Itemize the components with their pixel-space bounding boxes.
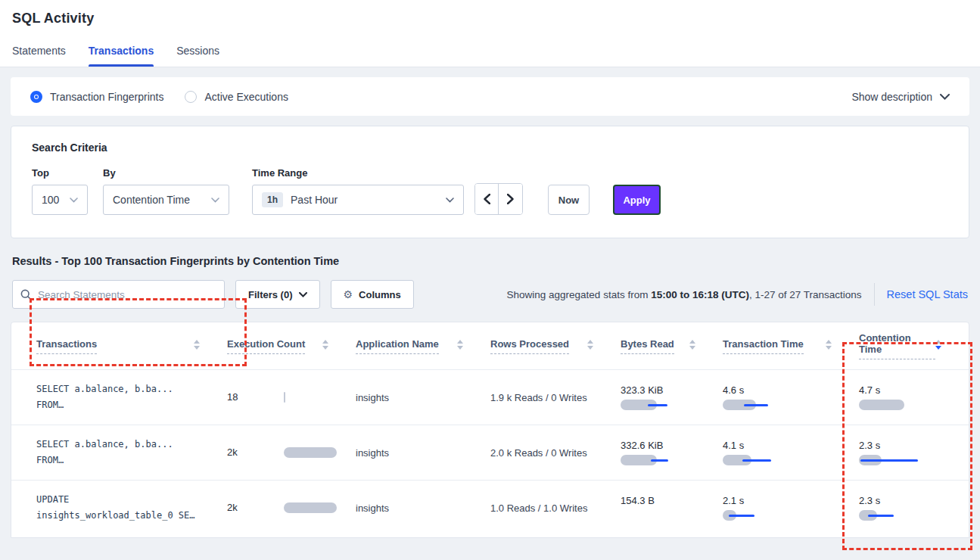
column-header-transactions[interactable]: Transactions bbox=[36, 338, 227, 354]
page-header: SQL Activity StatementsTransactionsSessi… bbox=[0, 0, 980, 67]
view-toggle-bar: Transaction Fingerprints Active Executio… bbox=[11, 77, 969, 116]
top-select[interactable]: 100 bbox=[32, 185, 88, 215]
apply-button[interactable]: Apply bbox=[613, 185, 661, 215]
tab-sessions[interactable]: Sessions bbox=[176, 45, 219, 67]
sort-icon[interactable] bbox=[194, 340, 200, 350]
tab-bar: StatementsTransactionsSessions bbox=[12, 45, 968, 67]
radio-label: Transaction Fingerprints bbox=[50, 91, 163, 103]
transaction-time-cell: 2.1 s bbox=[723, 495, 859, 521]
application-name-cell: insights bbox=[356, 392, 490, 403]
radio-option-transaction-fingerprints[interactable]: Transaction Fingerprints bbox=[30, 91, 163, 103]
sort-icon[interactable] bbox=[689, 340, 695, 350]
execution-count-cell: 18 bbox=[227, 392, 356, 403]
transaction-fingerprint-link[interactable]: SELECT a.balance, b.ba...FROM… bbox=[36, 381, 227, 413]
chevron-left-icon bbox=[484, 194, 490, 204]
sort-icon[interactable] bbox=[457, 340, 463, 350]
column-header-application-name[interactable]: Application Name bbox=[356, 338, 490, 354]
bytes-read-cell: 323.3 KiB bbox=[621, 384, 723, 410]
tab-transactions[interactable]: Transactions bbox=[89, 45, 154, 67]
filters-button[interactable]: Filters (0) bbox=[235, 280, 320, 309]
execution-count-cell: 2k bbox=[227, 502, 356, 513]
columns-label: Columns bbox=[359, 289, 401, 300]
reset-sql-stats-link[interactable]: Reset SQL Stats bbox=[887, 288, 968, 300]
rows-processed-cell: 2.0 k Reads / 0 Writes bbox=[490, 447, 621, 459]
column-header-rows-processed[interactable]: Rows Processed bbox=[490, 338, 621, 354]
application-name-cell: insights bbox=[356, 502, 490, 514]
chevron-down-icon bbox=[299, 292, 307, 297]
gear-icon: ⚙ bbox=[344, 288, 353, 300]
rows-processed-cell: 1.0 Reads / 1.0 Writes bbox=[490, 502, 621, 514]
contention-time-cell: 2.3 s bbox=[859, 495, 969, 521]
aggregated-stats-text: Showing aggregated stats from 15:00 to 1… bbox=[507, 289, 862, 300]
time-range-select[interactable]: 1h Past Hour bbox=[252, 185, 464, 215]
search-icon bbox=[20, 289, 32, 300]
transaction-fingerprint-link[interactable]: SELECT a.balance, b.ba...FROM… bbox=[36, 437, 227, 468]
contention-time-cell: 2.3 s bbox=[859, 440, 969, 465]
filters-label: Filters (0) bbox=[248, 289, 293, 300]
top-label: Top bbox=[32, 167, 88, 179]
contention-time-cell: 4.7 s bbox=[859, 384, 969, 410]
stats-area: Showing aggregated stats from 15:00 to 1… bbox=[507, 283, 968, 306]
search-statements-field[interactable] bbox=[12, 280, 225, 309]
radio-icon bbox=[30, 91, 42, 103]
transaction-time-cell: 4.1 s bbox=[723, 440, 859, 465]
sort-icon[interactable] bbox=[826, 340, 832, 350]
by-select[interactable]: Contention Time bbox=[103, 185, 229, 215]
previous-time-button[interactable] bbox=[475, 184, 499, 214]
transactions-table: Transactions Execution Count Application… bbox=[11, 322, 969, 538]
by-select-value: Contention Time bbox=[113, 194, 211, 206]
chevron-down-icon bbox=[446, 198, 454, 203]
sort-icon[interactable] bbox=[935, 340, 941, 350]
tab-statements[interactable]: Statements bbox=[12, 45, 66, 67]
rows-processed-cell: 1.9 k Reads / 0 Writes bbox=[490, 392, 621, 403]
table-row: SELECT a.balance, b.ba...FROM… 2k insigh… bbox=[11, 425, 969, 480]
table-body: SELECT a.balance, b.ba...FROM… 18 insigh… bbox=[11, 369, 969, 535]
bytes-read-cell: 154.3 B bbox=[621, 495, 723, 521]
by-label: By bbox=[103, 167, 229, 179]
chevron-right-icon bbox=[507, 194, 514, 204]
top-select-value: 100 bbox=[42, 194, 70, 206]
table-toolbar: Filters (0) ⚙ Columns Showing aggregated… bbox=[12, 280, 968, 309]
now-button[interactable]: Now bbox=[548, 185, 590, 215]
time-range-value: Past Hour bbox=[291, 194, 446, 206]
time-step-group bbox=[474, 183, 523, 215]
next-time-button[interactable] bbox=[499, 184, 522, 214]
results-heading: Results - Top 100 Transaction Fingerprin… bbox=[12, 255, 968, 267]
table-row: SELECT a.balance, b.ba...FROM… 18 insigh… bbox=[11, 369, 969, 425]
chevron-down-icon bbox=[940, 94, 950, 100]
divider bbox=[874, 283, 875, 306]
column-header-execution-count[interactable]: Execution Count bbox=[227, 338, 356, 354]
radio-label: Active Executions bbox=[204, 91, 288, 103]
transaction-fingerprint-link[interactable]: UPDATEinsights_workload_table_0 SE… bbox=[36, 492, 227, 524]
search-criteria-heading: Search Criteria bbox=[32, 142, 948, 154]
search-statements-input[interactable] bbox=[38, 289, 216, 300]
sort-icon[interactable] bbox=[322, 340, 328, 350]
chevron-down-icon bbox=[70, 198, 78, 203]
table-row: UPDATEinsights_workload_table_0 SE… 2k i… bbox=[11, 480, 969, 535]
page-title: SQL Activity bbox=[12, 11, 968, 26]
search-criteria-card: Search Criteria Top 100 By Contention Ti… bbox=[11, 126, 969, 238]
radio-icon bbox=[185, 91, 197, 103]
columns-button[interactable]: ⚙ Columns bbox=[331, 280, 414, 309]
column-header-transaction-time[interactable]: Transaction Time bbox=[723, 338, 859, 354]
view-toggle: Transaction Fingerprints Active Executio… bbox=[30, 91, 310, 103]
column-header-contention-time[interactable]: Contention Time bbox=[859, 332, 969, 359]
chevron-down-icon bbox=[211, 198, 219, 203]
execution-count-cell: 2k bbox=[227, 447, 356, 458]
show-description-toggle[interactable]: Show description bbox=[851, 91, 950, 103]
time-range-badge: 1h bbox=[262, 192, 283, 207]
show-description-label: Show description bbox=[851, 91, 932, 103]
transaction-time-cell: 4.6 s bbox=[723, 384, 859, 410]
bytes-read-cell: 332.6 KiB bbox=[621, 440, 723, 465]
sort-icon[interactable] bbox=[587, 340, 593, 350]
table-header-row: Transactions Execution Count Application… bbox=[11, 322, 969, 369]
application-name-cell: insights bbox=[356, 447, 490, 459]
radio-option-active-executions[interactable]: Active Executions bbox=[185, 91, 288, 103]
time-range-label: Time Range bbox=[252, 167, 464, 179]
column-header-bytes-read[interactable]: Bytes Read bbox=[621, 338, 723, 354]
